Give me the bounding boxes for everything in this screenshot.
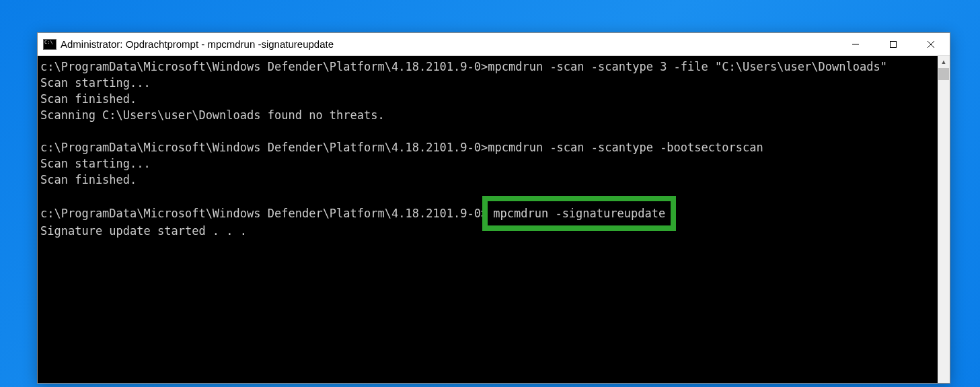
highlighted-command: mpcmdrun -signatureupdate [482,196,676,231]
cmd-icon [43,39,56,50]
output-line: c:\ProgramData\Microsoft\Windows Defende… [40,141,763,154]
titlebar[interactable]: Administrator: Opdrachtprompt - mpcmdrun… [38,33,950,56]
output-line: Scan finished. [40,92,137,106]
maximize-button[interactable] [874,33,912,55]
window-title: Administrator: Opdrachtprompt - mpcmdrun… [61,38,837,50]
output-line: c:\ProgramData\Microsoft\Windows Defende… [40,60,887,73]
output-line: Scan starting... [40,157,151,170]
svg-rect-1 [891,41,897,47]
scroll-up-arrow-icon[interactable]: ▲ [938,56,950,68]
window-controls [837,33,950,55]
vertical-scrollbar[interactable]: ▲ [938,56,950,383]
minimize-button[interactable] [837,33,874,55]
close-button[interactable] [912,33,950,55]
output-line: Signature update started . . . [40,224,247,238]
output-line: Scanning C:\Users\user\Downloads found n… [40,108,385,122]
terminal-area: c:\ProgramData\Microsoft\Windows Defende… [38,56,950,383]
scroll-thumb[interactable] [938,68,949,80]
command-prompt-window: Administrator: Opdrachtprompt - mpcmdrun… [37,32,950,384]
terminal-output[interactable]: c:\ProgramData\Microsoft\Windows Defende… [38,56,938,383]
prompt-path: c:\ProgramData\Microsoft\Windows Defende… [40,207,488,220]
output-line: Scan finished. [40,173,137,186]
output-line: Scan starting... [40,76,151,90]
